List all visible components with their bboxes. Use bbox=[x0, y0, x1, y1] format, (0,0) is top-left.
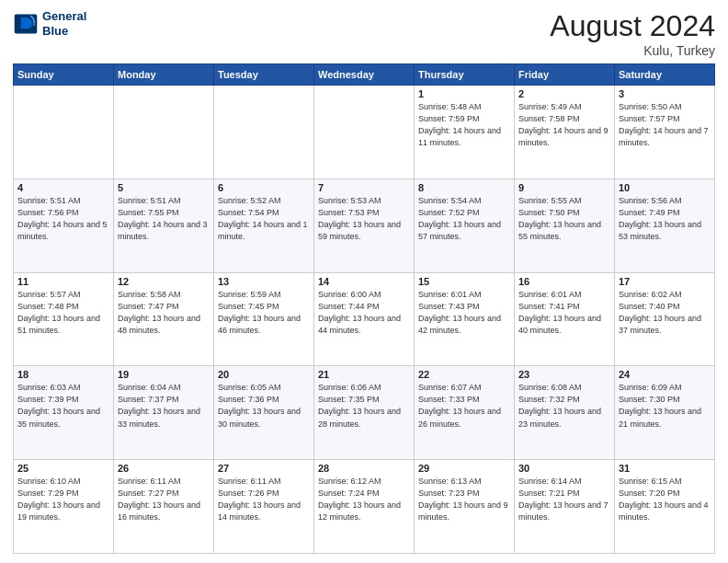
day-number: 29 bbox=[418, 463, 510, 474]
day-info: Sunrise: 6:08 AM Sunset: 7:32 PM Dayligh… bbox=[518, 382, 610, 430]
day-info: Sunrise: 5:58 AM Sunset: 7:47 PM Dayligh… bbox=[118, 289, 210, 337]
calendar-cell: 23Sunrise: 6:08 AM Sunset: 7:32 PM Dayli… bbox=[515, 366, 615, 460]
calendar-week-row: 1Sunrise: 5:48 AM Sunset: 7:59 PM Daylig… bbox=[14, 86, 715, 179]
day-info: Sunrise: 6:01 AM Sunset: 7:43 PM Dayligh… bbox=[418, 289, 510, 337]
month-title: August 2024 bbox=[550, 9, 715, 43]
calendar-cell bbox=[114, 86, 214, 179]
logo-line1: General bbox=[42, 9, 86, 24]
day-number: 2 bbox=[518, 88, 610, 99]
day-number: 23 bbox=[518, 369, 610, 380]
day-info: Sunrise: 5:57 AM Sunset: 7:48 PM Dayligh… bbox=[17, 289, 109, 337]
calendar-cell: 28Sunrise: 6:12 AM Sunset: 7:24 PM Dayli… bbox=[314, 460, 415, 554]
logo-icon bbox=[13, 11, 39, 37]
day-number: 24 bbox=[619, 369, 711, 380]
weekday-header: Saturday bbox=[615, 64, 715, 86]
calendar-cell: 13Sunrise: 5:59 AM Sunset: 7:45 PM Dayli… bbox=[214, 272, 314, 366]
day-info: Sunrise: 5:48 AM Sunset: 7:59 PM Dayligh… bbox=[418, 101, 510, 149]
calendar-cell bbox=[314, 86, 415, 179]
location: Kulu, Turkey bbox=[550, 43, 715, 58]
calendar-cell: 30Sunrise: 6:14 AM Sunset: 7:21 PM Dayli… bbox=[515, 460, 615, 554]
day-number: 17 bbox=[619, 276, 711, 287]
day-number: 5 bbox=[118, 182, 210, 193]
calendar-body: 1Sunrise: 5:48 AM Sunset: 7:59 PM Daylig… bbox=[14, 86, 715, 554]
day-number: 13 bbox=[218, 276, 310, 287]
weekday-header: Wednesday bbox=[314, 64, 415, 86]
day-info: Sunrise: 5:59 AM Sunset: 7:45 PM Dayligh… bbox=[218, 289, 310, 337]
calendar-cell: 6Sunrise: 5:52 AM Sunset: 7:54 PM Daylig… bbox=[214, 178, 314, 272]
page: General Blue August 2024 Kulu, Turkey Su… bbox=[0, 0, 728, 563]
logo-text: General Blue bbox=[42, 9, 86, 38]
day-number: 11 bbox=[17, 276, 109, 287]
logo-line2: Blue bbox=[42, 24, 86, 39]
calendar-cell: 2Sunrise: 5:49 AM Sunset: 7:58 PM Daylig… bbox=[515, 86, 615, 179]
calendar-week-row: 11Sunrise: 5:57 AM Sunset: 7:48 PM Dayli… bbox=[14, 272, 715, 366]
calendar-cell: 19Sunrise: 6:04 AM Sunset: 7:37 PM Dayli… bbox=[114, 366, 214, 460]
day-number: 15 bbox=[418, 276, 510, 287]
day-number: 30 bbox=[518, 463, 610, 474]
day-info: Sunrise: 6:12 AM Sunset: 7:24 PM Dayligh… bbox=[318, 476, 410, 523]
day-number: 9 bbox=[518, 182, 610, 193]
calendar-cell: 26Sunrise: 6:11 AM Sunset: 7:27 PM Dayli… bbox=[114, 460, 214, 554]
day-number: 20 bbox=[218, 369, 310, 380]
day-info: Sunrise: 5:51 AM Sunset: 7:55 PM Dayligh… bbox=[118, 195, 210, 243]
calendar-cell: 1Sunrise: 5:48 AM Sunset: 7:59 PM Daylig… bbox=[415, 86, 515, 179]
calendar-week-row: 18Sunrise: 6:03 AM Sunset: 7:39 PM Dayli… bbox=[14, 366, 715, 460]
calendar-cell: 18Sunrise: 6:03 AM Sunset: 7:39 PM Dayli… bbox=[14, 366, 114, 460]
day-number: 14 bbox=[318, 276, 410, 287]
weekday-header: Thursday bbox=[415, 64, 515, 86]
day-info: Sunrise: 6:13 AM Sunset: 7:23 PM Dayligh… bbox=[418, 476, 510, 523]
day-number: 21 bbox=[318, 369, 410, 380]
calendar-cell: 8Sunrise: 5:54 AM Sunset: 7:52 PM Daylig… bbox=[415, 178, 515, 272]
calendar-cell: 10Sunrise: 5:56 AM Sunset: 7:49 PM Dayli… bbox=[615, 178, 715, 272]
day-info: Sunrise: 6:00 AM Sunset: 7:44 PM Dayligh… bbox=[318, 289, 410, 337]
day-info: Sunrise: 6:02 AM Sunset: 7:40 PM Dayligh… bbox=[619, 289, 711, 337]
day-info: Sunrise: 6:11 AM Sunset: 7:26 PM Dayligh… bbox=[218, 476, 310, 523]
calendar-cell: 3Sunrise: 5:50 AM Sunset: 7:57 PM Daylig… bbox=[615, 86, 715, 179]
calendar-cell: 29Sunrise: 6:13 AM Sunset: 7:23 PM Dayli… bbox=[415, 460, 515, 554]
day-info: Sunrise: 5:53 AM Sunset: 7:53 PM Dayligh… bbox=[318, 195, 410, 243]
day-info: Sunrise: 5:50 AM Sunset: 7:57 PM Dayligh… bbox=[619, 101, 711, 149]
calendar-cell: 15Sunrise: 6:01 AM Sunset: 7:43 PM Dayli… bbox=[415, 272, 515, 366]
day-number: 28 bbox=[318, 463, 410, 474]
calendar-cell: 17Sunrise: 6:02 AM Sunset: 7:40 PM Dayli… bbox=[615, 272, 715, 366]
calendar-cell: 25Sunrise: 6:10 AM Sunset: 7:29 PM Dayli… bbox=[14, 460, 114, 554]
logo: General Blue bbox=[13, 9, 86, 38]
day-number: 10 bbox=[619, 182, 711, 193]
day-number: 16 bbox=[518, 276, 610, 287]
day-info: Sunrise: 5:56 AM Sunset: 7:49 PM Dayligh… bbox=[619, 195, 711, 243]
day-number: 7 bbox=[318, 182, 410, 193]
calendar-table: SundayMondayTuesdayWednesdayThursdayFrid… bbox=[13, 63, 715, 554]
day-number: 12 bbox=[118, 276, 210, 287]
day-number: 19 bbox=[118, 369, 210, 380]
title-area: August 2024 Kulu, Turkey bbox=[550, 9, 715, 58]
calendar-week-row: 25Sunrise: 6:10 AM Sunset: 7:29 PM Dayli… bbox=[14, 460, 715, 554]
day-number: 1 bbox=[418, 88, 510, 99]
day-info: Sunrise: 5:49 AM Sunset: 7:58 PM Dayligh… bbox=[518, 101, 610, 149]
weekday-header: Sunday bbox=[14, 64, 114, 86]
calendar-cell bbox=[14, 86, 114, 179]
day-info: Sunrise: 6:06 AM Sunset: 7:35 PM Dayligh… bbox=[318, 382, 410, 430]
day-info: Sunrise: 6:07 AM Sunset: 7:33 PM Dayligh… bbox=[418, 382, 510, 430]
day-number: 4 bbox=[17, 182, 109, 193]
weekday-header: Friday bbox=[515, 64, 615, 86]
day-number: 6 bbox=[218, 182, 310, 193]
day-info: Sunrise: 6:14 AM Sunset: 7:21 PM Dayligh… bbox=[518, 476, 610, 523]
weekday-header: Monday bbox=[114, 64, 214, 86]
day-number: 25 bbox=[17, 463, 109, 474]
day-number: 8 bbox=[418, 182, 510, 193]
calendar-cell: 21Sunrise: 6:06 AM Sunset: 7:35 PM Dayli… bbox=[314, 366, 415, 460]
calendar-cell: 9Sunrise: 5:55 AM Sunset: 7:50 PM Daylig… bbox=[515, 178, 615, 272]
day-info: Sunrise: 6:09 AM Sunset: 7:30 PM Dayligh… bbox=[619, 382, 711, 430]
calendar-cell: 31Sunrise: 6:15 AM Sunset: 7:20 PM Dayli… bbox=[615, 460, 715, 554]
calendar-cell: 24Sunrise: 6:09 AM Sunset: 7:30 PM Dayli… bbox=[615, 366, 715, 460]
calendar-cell: 7Sunrise: 5:53 AM Sunset: 7:53 PM Daylig… bbox=[314, 178, 415, 272]
day-info: Sunrise: 6:15 AM Sunset: 7:20 PM Dayligh… bbox=[619, 476, 711, 523]
day-info: Sunrise: 6:01 AM Sunset: 7:41 PM Dayligh… bbox=[518, 289, 610, 337]
calendar-cell: 16Sunrise: 6:01 AM Sunset: 7:41 PM Dayli… bbox=[515, 272, 615, 366]
day-info: Sunrise: 6:03 AM Sunset: 7:39 PM Dayligh… bbox=[17, 382, 109, 430]
day-info: Sunrise: 6:05 AM Sunset: 7:36 PM Dayligh… bbox=[218, 382, 310, 430]
day-info: Sunrise: 6:10 AM Sunset: 7:29 PM Dayligh… bbox=[17, 476, 109, 523]
calendar-cell: 14Sunrise: 6:00 AM Sunset: 7:44 PM Dayli… bbox=[314, 272, 415, 366]
day-number: 26 bbox=[118, 463, 210, 474]
calendar-cell: 4Sunrise: 5:51 AM Sunset: 7:56 PM Daylig… bbox=[14, 178, 114, 272]
